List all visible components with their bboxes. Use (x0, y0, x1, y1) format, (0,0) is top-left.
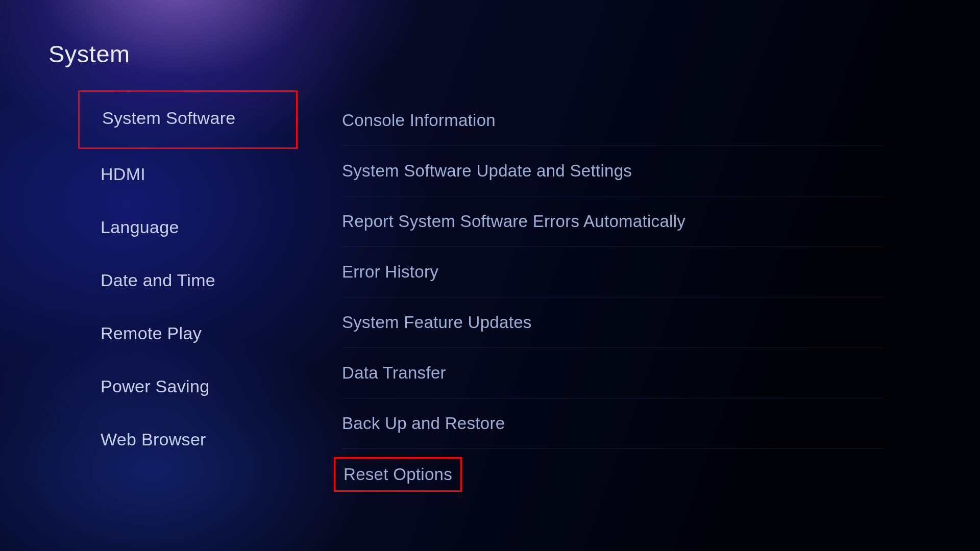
sidebar-item-label: Remote Play (101, 323, 202, 343)
main-item-label: Console Information (342, 111, 496, 130)
sidebar-item-language[interactable]: Language (78, 201, 298, 254)
sidebar-item-label: Web Browser (101, 430, 206, 449)
main-item-label: Report System Software Errors Automatica… (342, 212, 685, 231)
sidebar-item-web-browser[interactable]: Web Browser (78, 413, 298, 466)
main-item-label: System Software Update and Settings (342, 161, 632, 181)
main-item-label-wrap: Reset Options (334, 457, 462, 492)
main-item-label: Error History (342, 262, 438, 282)
sidebar-item-system-software[interactable]: System Software (78, 90, 298, 149)
main-item-report-errors[interactable]: Report System Software Errors Automatica… (342, 196, 883, 247)
main-item-data-transfer[interactable]: Data Transfer (342, 348, 883, 398)
sidebar-item-date-and-time[interactable]: Date and Time (78, 254, 298, 307)
sidebar-item-label: HDMI (101, 164, 145, 184)
main-item-error-history[interactable]: Error History (342, 247, 883, 297)
sidebar-item-remote-play[interactable]: Remote Play (78, 307, 298, 360)
main-item-label: System Feature Updates (342, 313, 532, 332)
main-item-console-information[interactable]: Console Information (342, 95, 883, 146)
settings-sidebar: System Software HDMI Language Date and T… (78, 90, 298, 466)
sidebar-item-label: Language (101, 217, 179, 237)
sidebar-item-label: System Software (102, 108, 235, 128)
main-item-label-wrap: Report System Software Errors Automatica… (334, 204, 694, 239)
main-item-back-up-restore[interactable]: Back Up and Restore (342, 398, 883, 449)
main-item-label-wrap: Console Information (334, 103, 504, 138)
main-item-reset-options[interactable]: Reset Options (342, 449, 883, 499)
main-item-label-wrap: Data Transfer (334, 356, 454, 390)
sidebar-item-hdmi[interactable]: HDMI (78, 147, 298, 201)
main-item-label-wrap: Error History (334, 255, 447, 289)
settings-main-list: Console Information System Software Upda… (342, 95, 883, 499)
sidebar-item-label: Date and Time (101, 270, 215, 290)
main-item-system-feature-updates[interactable]: System Feature Updates (342, 297, 883, 348)
main-item-label-wrap: System Feature Updates (334, 305, 540, 340)
main-item-label: Data Transfer (342, 363, 446, 383)
main-item-label-wrap: Back Up and Restore (334, 406, 513, 441)
main-item-label: Reset Options (344, 465, 452, 484)
main-item-system-software-update[interactable]: System Software Update and Settings (342, 146, 883, 196)
main-item-label-wrap: System Software Update and Settings (334, 154, 640, 188)
main-item-label: Back Up and Restore (342, 414, 505, 433)
sidebar-item-power-saving[interactable]: Power Saving (78, 360, 298, 413)
sidebar-item-label: Power Saving (101, 377, 209, 396)
page-title: System (48, 40, 130, 68)
